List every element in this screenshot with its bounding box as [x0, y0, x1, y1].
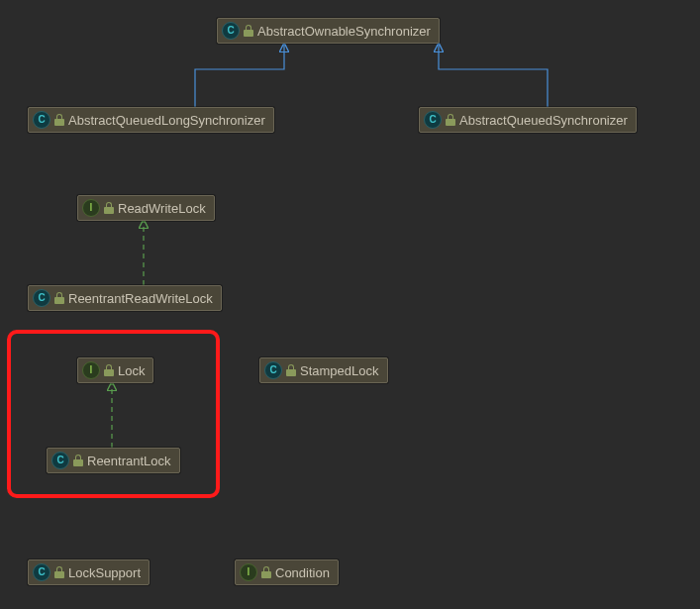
node-label: ReentrantLock [87, 454, 171, 468]
class-icon: C [51, 452, 69, 469]
class-icon: C [33, 111, 50, 129]
class-icon: C [264, 361, 282, 379]
class-node-abstract-queued-synchronizer[interactable]: C AbstractQueuedSynchronizer [419, 107, 637, 133]
node-label: LockSupport [68, 565, 141, 580]
interface-icon: I [240, 563, 257, 581]
class-icon: C [424, 111, 442, 129]
class-icon: C [33, 563, 50, 581]
class-icon: C [33, 289, 50, 307]
class-node-reentrant-lock[interactable]: C ReentrantLock [47, 448, 180, 473]
node-label: StampedLock [300, 363, 379, 378]
lock-icon [244, 25, 253, 37]
interface-icon: I [82, 199, 100, 217]
node-label: ReentrantReadWriteLock [68, 291, 213, 306]
interface-icon: I [82, 361, 100, 379]
lock-icon [54, 292, 64, 304]
node-label: AbstractQueuedLongSynchronizer [68, 113, 265, 128]
lock-icon [104, 364, 114, 376]
class-node-abstract-ownable-synchronizer[interactable]: C AbstractOwnableSynchronizer [217, 18, 440, 44]
lock-icon [104, 202, 114, 214]
class-node-stamped-lock[interactable]: C StampedLock [259, 357, 388, 383]
node-label: Condition [275, 565, 330, 580]
node-label: ReadWriteLock [118, 201, 206, 216]
class-node-abstract-queued-long-synchronizer[interactable]: C AbstractQueuedLongSynchronizer [28, 107, 274, 133]
lock-icon [261, 566, 271, 578]
class-node-lock-support[interactable]: C LockSupport [28, 559, 150, 585]
lock-icon [286, 364, 296, 376]
class-node-reentrant-read-write-lock[interactable]: C ReentrantReadWriteLock [28, 285, 222, 311]
node-label: AbstractOwnableSynchronizer [257, 24, 431, 39]
lock-icon [54, 566, 64, 578]
lock-icon [54, 114, 64, 126]
interface-node-lock[interactable]: I Lock [77, 357, 153, 383]
class-icon: C [222, 22, 240, 40]
lock-icon [446, 114, 455, 126]
lock-icon [73, 455, 83, 466]
interface-node-condition[interactable]: I Condition [235, 559, 339, 585]
interface-node-read-write-lock[interactable]: I ReadWriteLock [77, 195, 215, 221]
node-label: Lock [118, 363, 145, 378]
node-label: AbstractQueuedSynchronizer [459, 113, 628, 128]
